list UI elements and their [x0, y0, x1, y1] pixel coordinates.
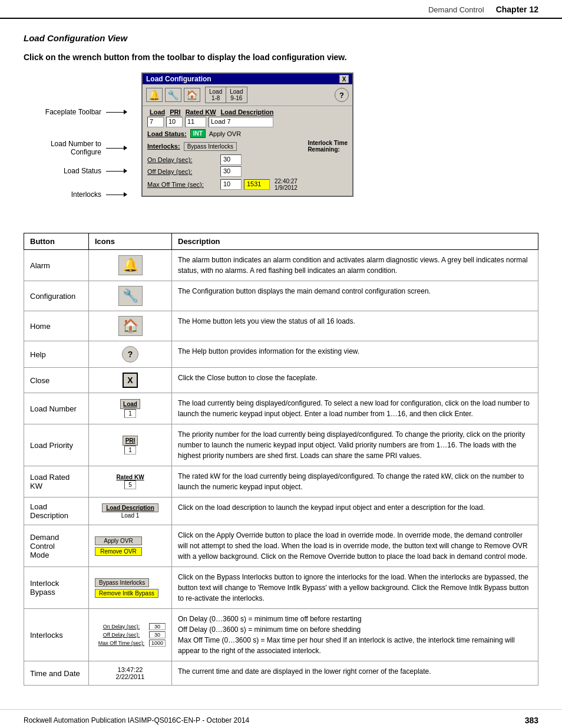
fp-max-off-value[interactable]: 10: [220, 179, 242, 190]
diagram-area: Faceplate Toolbar Load Number to Configu…: [24, 73, 538, 216]
page-header: Demand Control Chapter 12: [0, 0, 562, 19]
fp-desc-value[interactable]: Load 7: [209, 117, 273, 127]
close-icon: X: [123, 373, 138, 388]
fp-column-headers: Load PRI Rated KW Load Description: [147, 108, 348, 116]
desc-time-date: The current time and date are displayed …: [172, 661, 538, 686]
chapter-title: Chapter 12: [496, 5, 538, 14]
desc-load-number: The load currently being displayed/confi…: [172, 393, 538, 424]
reference-table: Button Icons Description Alarm 🔔 The ala…: [24, 233, 538, 686]
fp-pri-value[interactable]: 10: [166, 117, 183, 127]
desc-home: The Home button lets you view the status…: [172, 311, 538, 341]
desc-demand-control-mode: Click on the Apply Override button to pl…: [172, 525, 538, 567]
load-tab-9-16[interactable]: Load9-16: [226, 87, 246, 103]
home-button[interactable]: 🏠: [184, 88, 200, 102]
load-tab-1-8[interactable]: Load1-8: [206, 87, 226, 103]
desc-load-priority: The priority number for the load current…: [172, 424, 538, 466]
fp-col-desc: Load Description: [219, 108, 276, 116]
faceplate-close-button[interactable]: X: [339, 75, 349, 83]
demand-control-mode-icon: Apply OVR Remove OVR: [95, 536, 166, 556]
button-name-close: Close: [24, 368, 89, 393]
fp-code-value: 1531: [244, 179, 270, 190]
button-name-configuration: Configuration: [24, 281, 89, 311]
table-row: Load Rated KW Rated KW 5 The rated kW fo…: [24, 466, 538, 498]
icon-cell-help: ?: [89, 341, 172, 368]
faceplate-title: Load Configuration: [146, 75, 211, 83]
fp-on-delay-row: On Delay (sec): 30: [147, 154, 348, 165]
fp-bypass-interlocks-button[interactable]: Bypass Interlocks: [184, 142, 237, 151]
configuration-button[interactable]: 🔧: [165, 88, 181, 102]
table-row: Load Priority PRI 1 The priority number …: [24, 424, 538, 466]
fp-on-delay-value[interactable]: 30: [220, 154, 242, 165]
desc-configuration: The Configuration button displays the ma…: [172, 281, 538, 311]
col-header-button: Button: [24, 233, 89, 250]
on-delay-row: On Delay (sec): 30: [95, 623, 166, 630]
load-number-arrow: [106, 146, 127, 150]
fp-data-row: 7 10 11 Load 7: [147, 117, 348, 127]
faceplate-container: Load Configuration X 🔔 🔧 🏠 Load1-8 Load9…: [141, 73, 538, 216]
interlock-bypass-icon: Bypass Interlocks Remove Intlk Bypass: [95, 578, 166, 598]
button-name-load-rated-kw: Load Rated KW: [24, 466, 89, 498]
button-name-home: Home: [24, 311, 89, 341]
interlocks-icon: On Delay (sec): 30 Off Delay (sec): 30 M…: [95, 623, 166, 647]
help-icon: ?: [122, 346, 138, 363]
intro-text: Click on the wrench button from the tool…: [24, 52, 538, 62]
configuration-icon: 🔧: [118, 286, 143, 306]
icon-cell-alarm: 🔔: [89, 250, 172, 281]
alarm-button[interactable]: 🔔: [146, 88, 163, 102]
icon-cell-load-description: Load Description Load 1: [89, 498, 172, 525]
icon-cell-load-rated-kw: Rated KW 5: [89, 466, 172, 498]
button-name-load-number: Load Number: [24, 393, 89, 424]
fp-off-delay-value[interactable]: 30: [220, 166, 242, 177]
table-row: Configuration 🔧 The Configuration button…: [24, 281, 538, 311]
help-button[interactable]: ?: [335, 88, 349, 102]
time-date-icon: 13:47:222/22/2011: [95, 666, 166, 680]
table-row: Interlocks On Delay (sec): 30 Off Delay …: [24, 609, 538, 661]
col-header-icons: Icons: [89, 233, 172, 250]
fp-load-value[interactable]: 7: [147, 117, 164, 127]
fp-on-delay-label: On Delay (sec):: [147, 156, 218, 163]
fp-load-status-label: Load Status:: [147, 130, 187, 137]
load-tabs: Load1-8 Load9-16: [205, 87, 247, 103]
desc-close: Click the Close button to close the face…: [172, 368, 538, 393]
icon-cell-interlocks: On Delay (sec): 30 Off Delay (sec): 30 M…: [89, 609, 172, 661]
desc-load-description: Click on the load description to launch …: [172, 498, 538, 525]
icon-cell-close: X: [89, 368, 172, 393]
fp-interlocks-label: Interlocks:: [147, 143, 180, 150]
faceplate-toolbar-arrow: [106, 110, 127, 114]
icon-cell-time-date: 13:47:222/22/2011: [89, 661, 172, 686]
load-priority-icon: PRI 1: [95, 436, 166, 454]
button-name-alarm: Alarm: [24, 250, 89, 281]
section-title: Demand Control: [428, 5, 484, 14]
fp-apply-ovr-button[interactable]: Apply OVR: [209, 130, 241, 137]
desc-alarm: The alarm button indicates an alarm cond…: [172, 250, 538, 281]
table-row: Close X Click the Close button to close …: [24, 368, 538, 393]
load-description-icon: Load Description Load 1: [95, 503, 166, 519]
fp-off-delay-label: Off Delay (sec):: [147, 168, 218, 175]
button-name-interlock-bypass: Interlock Bypass: [24, 567, 89, 609]
table-row: Help ? The Help button provides informat…: [24, 341, 538, 368]
alarm-icon: 🔔: [118, 255, 143, 275]
load-number-icon: Load 1: [95, 399, 166, 418]
off-delay-row: Off Delay (sec): 30: [95, 631, 166, 638]
main-content: Load Configuration View Click on the wre…: [0, 19, 562, 697]
interlocks-label-row: Interlocks: [24, 190, 141, 199]
button-name-help: Help: [24, 341, 89, 368]
icon-cell-configuration: 🔧: [89, 281, 172, 311]
icon-cell-load-priority: PRI 1: [89, 424, 172, 466]
faceplate-body: Load PRI Rated KW Load Description 7 10 …: [143, 106, 352, 196]
fp-bottom-row: Max Off Time (sec): 10 1531 22:40:271/9/…: [147, 178, 348, 191]
col-header-description: Description: [172, 233, 538, 250]
fp-col-kw: Rated KW: [183, 108, 219, 116]
fp-load-status-row: Load Status: INT Apply OVR: [147, 129, 348, 138]
desc-interlocks: On Delay (0…3600 s) = minimum time off b…: [172, 609, 538, 661]
table-row: Home 🏠 The Home button lets you view the…: [24, 311, 538, 341]
load-status-label: Load Status: [24, 167, 106, 175]
fp-max-off-label: Max Off Time (sec):: [147, 181, 218, 188]
faceplate-toolbar: 🔔 🔧 🏠 Load1-8 Load9-16 ?: [143, 84, 352, 106]
button-name-load-description: Load Description: [24, 498, 89, 525]
fp-int-badge: INT: [190, 129, 206, 138]
load-status-label-row: Load Status: [24, 167, 141, 175]
fp-timestamp: 22:40:271/9/2012: [275, 178, 297, 191]
fp-kw-value[interactable]: 11: [185, 117, 206, 127]
faceplate-toolbar-label-row: Faceplate Toolbar: [24, 108, 141, 116]
